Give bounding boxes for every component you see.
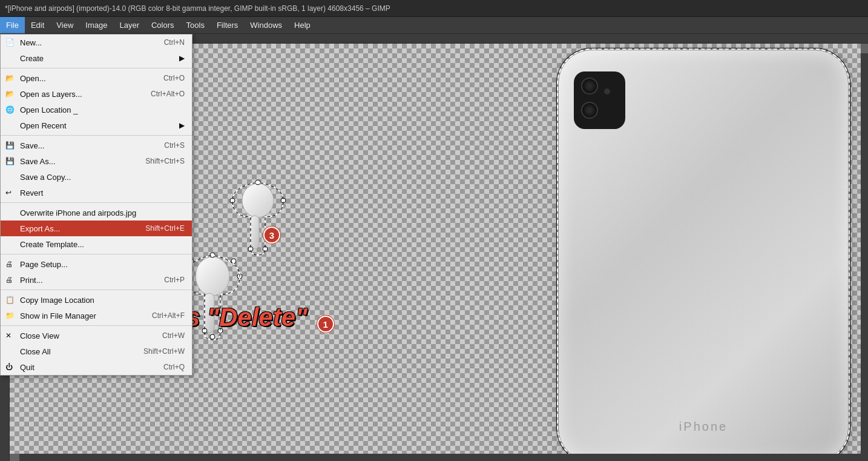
save-as-icon: 💾 (5, 157, 15, 165)
menu-image[interactable]: Image (79, 17, 113, 33)
folder-icon: 📁 (5, 311, 15, 320)
scrollbar-horizontal[interactable] (19, 454, 861, 461)
step-badge-1: 1 (317, 316, 334, 333)
menu-file[interactable]: File (0, 17, 25, 33)
menu-filters[interactable]: Filters (211, 17, 244, 33)
menu-layer[interactable]: Layer (113, 17, 145, 33)
svg-point-0 (196, 257, 229, 296)
menu-item-save[interactable]: 💾 Save... Ctrl+S (1, 138, 192, 153)
save-icon: 💾 (5, 141, 15, 150)
separator-3 (1, 202, 192, 203)
close-icon: ✕ (5, 331, 12, 340)
menu-help[interactable]: Help (288, 17, 317, 33)
menu-item-open-layers[interactable]: 📂 Open as Layers... Ctrl+Alt+O (1, 86, 192, 102)
menu-edit[interactable]: Edit (25, 17, 50, 33)
menu-tools[interactable]: Tools (180, 17, 211, 33)
menu-item-quit[interactable]: ⏻ Quit Ctrl+Q (1, 359, 192, 375)
print-icon: 🖨 (5, 276, 13, 284)
svg-rect-11 (251, 216, 259, 249)
scrollbar-vertical[interactable] (861, 53, 868, 461)
menu-item-new[interactable]: 📄 New... Ctrl+N (1, 35, 192, 50)
airpod-right-svg (228, 179, 288, 258)
new-icon: 📄 (5, 38, 15, 47)
open-icon: 📂 (5, 74, 15, 82)
step-badge-3: 3 (263, 227, 280, 244)
svg-point-9 (210, 334, 215, 339)
open-location-icon: 🌐 (5, 105, 15, 114)
title-bar: *[iPhone and airpods] (imported)-14.0 (R… (0, 0, 868, 17)
menu-bar: File Edit View Image Layer Colors Tools … (0, 17, 868, 34)
menu-item-create[interactable]: Create ▶ (1, 50, 192, 66)
iphone-body: iPhone (558, 50, 849, 461)
step-badge-3-container: 3 (263, 227, 280, 244)
menu-item-open-recent[interactable]: Open Recent ▶ (1, 118, 192, 133)
menu-item-print[interactable]: 🖨 Print... Ctrl+P (1, 272, 192, 288)
separator-4 (1, 254, 192, 254)
menu-windows[interactable]: Windows (244, 17, 288, 33)
quit-icon: ⏻ (5, 363, 13, 371)
title-text: *[iPhone and airpods] (imported)-14.0 (R… (5, 4, 390, 13)
menu-item-revert[interactable]: ↩ Revert (1, 185, 192, 201)
arrow-icon: ▶ (179, 54, 185, 62)
arrow-icon-recent: ▶ (179, 121, 185, 130)
airpod-right-group (228, 179, 288, 260)
menu-item-export-as[interactable]: Export As... Shift+Ctrl+E (1, 221, 192, 236)
menu-item-save-as[interactable]: 💾 Save As... Shift+Ctrl+S (1, 153, 192, 169)
selection-border-iphone (557, 48, 850, 461)
menu-item-open[interactable]: 📂 Open... Ctrl+O (1, 70, 192, 86)
menu-item-close-all[interactable]: Close All Shift+Ctrl+W (1, 343, 192, 359)
menu-item-overwrite[interactable]: Overwrite iPhone and airpods.jpg (1, 205, 192, 221)
copy-icon: 📋 (5, 296, 15, 304)
svg-point-10 (242, 184, 274, 217)
revert-icon: ↩ (5, 188, 12, 197)
page-setup-icon: 🖨 (5, 260, 13, 268)
menu-item-open-location[interactable]: 🌐 Open Location _ (1, 102, 192, 118)
menu-item-page-setup[interactable]: 🖨 Page Setup... (1, 256, 192, 272)
menu-item-close-view[interactable]: ✕ Close View Ctrl+W (1, 328, 192, 343)
separator (1, 68, 192, 68)
separator-6 (1, 325, 192, 326)
open-layers-icon: 📂 (5, 90, 15, 98)
menu-item-create-template[interactable]: Create Template... (1, 236, 192, 252)
menu-item-copy-location[interactable]: 📋 Copy Image Location (1, 292, 192, 308)
file-dropdown-menu: 📄 New... Ctrl+N Create ▶ 📂 Open... Ctrl+… (0, 34, 192, 376)
separator-5 (1, 290, 192, 290)
menu-view[interactable]: View (50, 17, 79, 33)
menu-item-save-copy[interactable]: Save a Copy... (1, 169, 192, 185)
menu-item-show-manager[interactable]: 📁 Show in File Manager Ctrl+Alt+F (1, 308, 192, 323)
menu-colors[interactable]: Colors (145, 17, 180, 33)
separator-2 (1, 135, 192, 136)
